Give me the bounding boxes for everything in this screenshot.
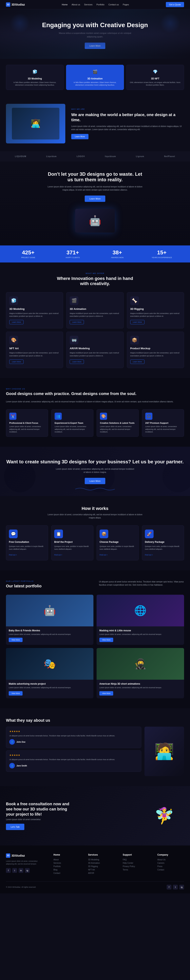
- offer-icon-2: 🦴: [130, 296, 139, 305]
- offer-learn-5[interactable]: Learn More: [130, 360, 144, 364]
- footer-link-3-3[interactable]: Contact: [157, 869, 184, 871]
- service-icon-0: 🧊: [31, 68, 38, 75]
- waste-desc: Lorem ipsum dolor sit amet, consectetur …: [46, 185, 144, 192]
- hero-cta-button[interactable]: Learn More: [85, 43, 105, 49]
- wc-icon-1: 👥: [55, 413, 62, 420]
- partner-title: Want to create stunning 3D designs for y…: [6, 458, 184, 465]
- footer-link-2-3[interactable]: Terms: [123, 869, 149, 871]
- book-section: Book a free consultation now and see how…: [0, 786, 190, 845]
- step-icon-2: 📦: [100, 530, 108, 538]
- footer-link-1-4[interactable]: AR/VR: [88, 872, 115, 874]
- step-link-2[interactable]: Find out >: [100, 554, 108, 556]
- offer-icon-4: 🥽: [70, 336, 78, 345]
- footer-col-1: Services 3D Modeling 3D Animation 3D Rig…: [88, 853, 115, 875]
- waste-cta-button[interactable]: Learn More: [85, 196, 105, 202]
- portfolio-card-desc-1: Lorem ipsum dolor sit amet, consectetur …: [99, 633, 181, 636]
- service-card-2[interactable]: 💎 3D NFT Orbi, elementum ornare lacus, a…: [126, 65, 184, 90]
- twitter-icon[interactable]: t: [12, 868, 17, 873]
- why-cta-button[interactable]: Learn More: [71, 134, 89, 139]
- facebook-icon[interactable]: f: [6, 868, 11, 873]
- offer-card-1[interactable]: 🎬 3D Animation Magna incididunt ipsum au…: [66, 292, 124, 329]
- portfolio-btn-1[interactable]: View More: [99, 638, 113, 642]
- footer-ig-icon[interactable]: ig: [179, 885, 184, 889]
- partner-wave: [75, 486, 115, 492]
- book-desc: Lorem ipsum dolor sit amet consectetur.: [6, 818, 75, 821]
- linkedin-icon[interactable]: in: [19, 868, 23, 873]
- wc-title-0: Professional & Client Focus: [9, 422, 45, 424]
- footer-link-2-2[interactable]: Privacy Policy: [123, 865, 149, 867]
- footer-link-2-1[interactable]: Help Center: [123, 862, 149, 864]
- nav-services[interactable]: Services: [84, 3, 92, 6]
- instagram-icon[interactable]: ig: [25, 868, 30, 873]
- portfolio-btn-2[interactable]: View More: [9, 691, 22, 695]
- nav-pages[interactable]: Pages: [123, 3, 129, 6]
- footer-link-1-1[interactable]: 3D Animation: [88, 862, 115, 864]
- offer-icon-1: 🎬: [70, 296, 78, 305]
- offer-card-2[interactable]: 🦴 3D Rigging Magna incididunt ipsum aute…: [127, 292, 184, 329]
- nav-about[interactable]: About us: [72, 3, 80, 6]
- nav-portfolio[interactable]: Portfolio: [97, 3, 104, 6]
- footer-col-title-1: Services: [88, 853, 115, 856]
- testimonial-card-0: ★★★★★ Ut aliquam purus sit amet luctus v…: [6, 727, 141, 748]
- portfolio-card-desc-2: Lorem ipsum dolor sit amet, consectetur …: [9, 686, 91, 689]
- service-card-1[interactable]: 🎬 3D Animation In felis libero porttitor…: [66, 65, 124, 90]
- portfolio-card-3: 🥷 American Ninja 3D short animations Lor…: [97, 648, 184, 698]
- navbar-cta-button[interactable]: Get a Quote: [166, 2, 184, 7]
- step-desc-3: Quisque nunc ante, porttitor in turpis b…: [145, 545, 181, 551]
- portfolio-btn-3[interactable]: View More: [99, 691, 113, 695]
- footer-link-2-0[interactable]: FAQ: [123, 859, 149, 861]
- footer-link-0-4[interactable]: Contact: [54, 872, 80, 874]
- service-card-0[interactable]: 🧊 3D Modeling In felis libero porttitor …: [6, 65, 64, 90]
- portfolio-btn-0[interactable]: View More: [9, 638, 22, 642]
- offer-card-4[interactable]: 🥽 AR/VR Modeling Magna incididunt ipsum …: [66, 332, 124, 368]
- offer-section: WHAT WE OFFER Where Innovation goes hand…: [0, 262, 190, 378]
- offer-learn-2[interactable]: Learn More: [130, 320, 144, 324]
- step-title-1: Brief the Project: [54, 541, 90, 543]
- footer-link-3-0[interactable]: About Us: [157, 859, 184, 861]
- offer-card-0[interactable]: 🧊 3D Modeling Magna incididunt ipsum aut…: [6, 292, 63, 329]
- logo[interactable]: 3D 3DStudiaz: [6, 2, 25, 7]
- how-step-3: 🚀 Delivery Package Quisque nunc ante, po…: [142, 525, 184, 560]
- offer-learn-3[interactable]: Learn More: [9, 360, 24, 364]
- portfolio-card-title-2: Makito advertising movie project: [9, 682, 91, 685]
- testimonial-image-display: 🧑‍💻: [144, 727, 184, 776]
- step-link-0[interactable]: Find out >: [9, 554, 17, 556]
- footer-link-0-2[interactable]: Portfolio: [54, 865, 80, 867]
- footer-tw-icon[interactable]: t: [173, 885, 178, 889]
- step-desc-2: Quisque nunc ante, porttitor in turpis b…: [100, 545, 136, 551]
- offer-icon-3: 🎨: [9, 336, 18, 345]
- footer-link-0-3[interactable]: Blog: [54, 869, 80, 871]
- service-desc-0: In felis libero porttitor atmontem. Etia…: [9, 81, 60, 87]
- offer-card-3[interactable]: 🎨 NFT Art Magna incididunt ipsum aute do…: [6, 332, 63, 368]
- offer-learn-1[interactable]: Learn More: [70, 320, 84, 324]
- partner-cta-button[interactable]: Learn More: [85, 478, 105, 484]
- footer-link-3-1[interactable]: Careers: [157, 862, 184, 864]
- offer-card-5[interactable]: 📦 Product Mockup Magna incididunt ipsum …: [127, 332, 184, 368]
- offer-card-title-2: 3D Rigging: [130, 307, 181, 310]
- portfolio-card-0: 🤖 Baby Boo & Friends Movies Lorem ipsum …: [6, 595, 93, 645]
- footer-fb-icon[interactable]: f: [167, 885, 171, 889]
- offer-card-title-1: 3D Animation: [70, 307, 120, 310]
- nav-contact[interactable]: Contact us: [108, 3, 119, 6]
- service-icon-1: 🎬: [92, 68, 98, 75]
- offer-learn-0[interactable]: Learn More: [9, 320, 24, 324]
- stat-3: 15+ YEARS IN EXPERIENCE: [139, 250, 184, 259]
- footer-link-3-2[interactable]: Press: [157, 865, 184, 867]
- step-icon-3: 🚀: [145, 530, 154, 538]
- service-title-1: 3D Animation: [70, 77, 120, 80]
- step-link-1[interactable]: Find out >: [54, 554, 62, 556]
- book-cta-button[interactable]: Let's Talk: [6, 824, 24, 830]
- how-step-2: 📦 Choose Package Quisque nunc ante, port…: [97, 525, 139, 560]
- offer-learn-4[interactable]: Learn More: [70, 360, 84, 364]
- footer-link-1-0[interactable]: 3D Modeling: [88, 859, 115, 861]
- stat-2: 38+ AWARDS WON: [95, 250, 139, 259]
- footer-link-1-3[interactable]: NFT Art: [88, 869, 115, 871]
- reviewer-avatar-1: 👤: [9, 763, 15, 768]
- step-link-3[interactable]: Find out >: [145, 554, 153, 556]
- footer-link-0-0[interactable]: About: [54, 859, 80, 861]
- footer-link-0-1[interactable]: Services: [54, 862, 80, 864]
- nav-home[interactable]: Home: [62, 3, 68, 6]
- wc-desc-0: Lorem ipsum dolor sit amet, consectetur …: [9, 425, 45, 433]
- reviewer-avatar-0: 👤: [9, 739, 15, 745]
- footer-link-1-2[interactable]: 3D Rigging: [88, 865, 115, 867]
